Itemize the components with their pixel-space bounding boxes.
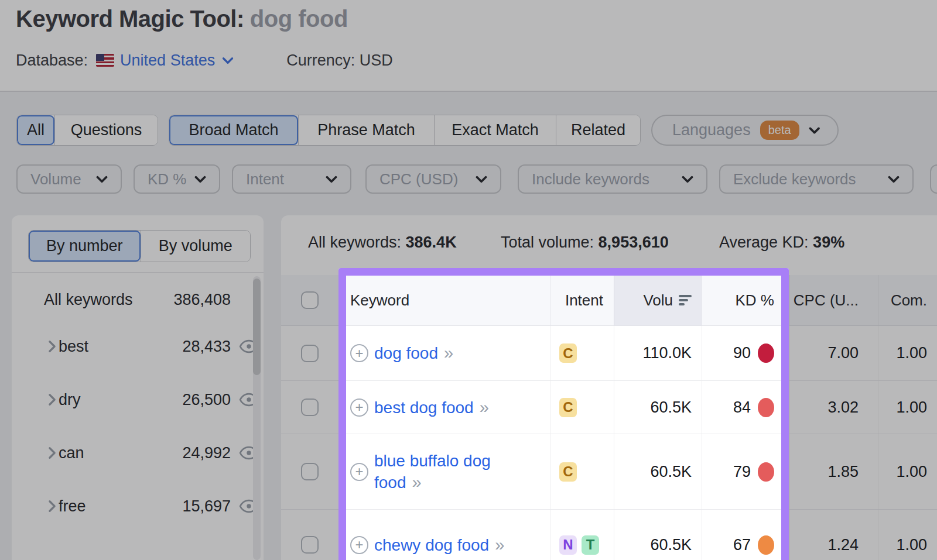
- filter-cpc[interactable]: CPC (USD): [365, 164, 501, 194]
- table-row: + blue buffalo dog food» C 60.5K 79 1.85…: [281, 434, 937, 510]
- currency-label: Currency:: [286, 51, 355, 69]
- sidebar-scrollbar-thumb[interactable]: [253, 279, 261, 375]
- kd-dot: [758, 535, 774, 555]
- filter-volume-label: Volume: [30, 170, 81, 188]
- keyword-link[interactable]: chewy dog food: [374, 536, 489, 554]
- add-keyword-icon[interactable]: +: [350, 398, 368, 417]
- table-header-row: Keyword Intent Volu KD % CPC (U... Com.: [281, 275, 937, 326]
- column-header-keyword[interactable]: Keyword: [338, 275, 550, 325]
- toggle-by-number[interactable]: By number: [29, 231, 141, 262]
- filter-include-label: Include keywords: [532, 170, 649, 188]
- kd-value: 67: [733, 536, 751, 554]
- intent-badge-transactional: T: [582, 535, 599, 555]
- keyword-link[interactable]: best dog food: [374, 398, 474, 417]
- filter-intent[interactable]: Intent: [232, 164, 351, 194]
- filter-kd[interactable]: KD %: [134, 164, 220, 194]
- kd-value: 90: [733, 344, 751, 362]
- chevron-down-icon: [96, 176, 108, 183]
- row-checkbox[interactable]: [301, 463, 319, 480]
- keyword-link[interactable]: dog food: [374, 344, 438, 362]
- tab-all[interactable]: All: [17, 115, 54, 145]
- row-checkbox[interactable]: [301, 398, 319, 416]
- volume-value: 60.5K: [650, 463, 692, 481]
- group-count: 24,992: [182, 444, 231, 462]
- chevron-right-icon: [48, 340, 56, 353]
- cpc-value: 1.85: [827, 463, 859, 481]
- volume-value: 60.5K: [650, 536, 692, 554]
- keyword-link[interactable]: blue buffalo dog food: [374, 452, 491, 492]
- group-row-free[interactable]: free 15,697: [12, 490, 264, 523]
- open-keyword-icon[interactable]: »: [444, 343, 453, 362]
- com-value: 1.00: [896, 463, 927, 481]
- open-keyword-icon[interactable]: »: [480, 398, 489, 417]
- filter-volume[interactable]: Volume: [16, 164, 122, 194]
- group-count: 26,500: [182, 391, 231, 409]
- group-row-dry[interactable]: dry 26,500: [12, 383, 264, 416]
- keywords-table-panel: All keywords: 386.4K Total volume: 8,953…: [281, 215, 937, 560]
- com-value: 1.00: [896, 398, 927, 417]
- languages-dropdown[interactable]: Languages beta: [651, 115, 839, 146]
- column-header-cpc[interactable]: CPC (U...: [789, 275, 878, 325]
- chevron-right-icon: [48, 393, 56, 406]
- top-header: Keyword Magic Tool:dog food Database: Un…: [0, 0, 937, 91]
- database-select[interactable]: United States: [120, 51, 234, 70]
- all-keywords-count: 386,408: [173, 291, 231, 309]
- tab-questions[interactable]: Questions: [54, 115, 158, 145]
- database-label: Database:: [16, 51, 88, 70]
- column-header-volume[interactable]: Volu: [614, 275, 702, 325]
- column-header-kd[interactable]: KD %: [702, 275, 789, 325]
- tab-related[interactable]: Related: [556, 115, 640, 145]
- us-flag-icon: [96, 54, 114, 67]
- kd-dot: [758, 462, 774, 482]
- database-value: United States: [120, 51, 215, 70]
- group-label: dry: [59, 391, 81, 409]
- row-checkbox[interactable]: [301, 536, 319, 554]
- chevron-down-icon: [326, 176, 337, 183]
- languages-label: Languages: [672, 121, 751, 139]
- add-keyword-icon[interactable]: +: [350, 463, 368, 481]
- filter-intent-label: Intent: [246, 170, 284, 188]
- chevron-down-icon: [194, 176, 206, 183]
- filter-cpc-label: CPC (USD): [379, 170, 458, 188]
- com-value: 1.00: [896, 536, 927, 554]
- table-row: + chewy dog food» N T 60.5K 67 1.24 1.00: [281, 510, 937, 560]
- intent-badge-commercial: C: [559, 398, 577, 417]
- kd-value: 84: [733, 398, 751, 417]
- cpc-value: 7.00: [827, 344, 859, 362]
- filter-exclude-keywords[interactable]: Exclude keywords: [719, 164, 914, 194]
- summary-total-volume: Total volume: 8,953,610: [501, 233, 669, 252]
- group-row-can[interactable]: can 24,992: [12, 437, 264, 469]
- filter-include-keywords[interactable]: Include keywords: [518, 164, 707, 194]
- intent-badge-commercial: C: [559, 343, 577, 363]
- tab-broad-match[interactable]: Broad Match: [169, 115, 298, 145]
- add-keyword-icon[interactable]: +: [350, 344, 368, 362]
- tab-phrase-match[interactable]: Phrase Match: [298, 115, 434, 145]
- table-row: + dog food» C 110.0K 90 7.00 1.00: [281, 326, 937, 381]
- tab-exact-match[interactable]: Exact Match: [434, 115, 556, 145]
- filter-exclude-label: Exclude keywords: [733, 170, 856, 188]
- page-title-text: Keyword Magic Tool:: [16, 6, 244, 32]
- select-all-checkbox[interactable]: [301, 291, 319, 309]
- chevron-down-icon: [888, 176, 900, 183]
- chevron-right-icon: [48, 446, 56, 459]
- open-keyword-icon[interactable]: »: [412, 473, 422, 492]
- toggle-by-volume[interactable]: By volume: [141, 231, 251, 262]
- intent-badge-navigational: N: [559, 535, 577, 555]
- group-row-best[interactable]: best 28,433: [12, 330, 264, 363]
- cpc-value: 1.24: [827, 536, 859, 554]
- add-keyword-icon[interactable]: +: [350, 536, 368, 554]
- all-keywords-row[interactable]: All keywords 386,408: [12, 283, 264, 316]
- filter-partial[interactable]: [930, 164, 937, 194]
- group-label: free: [59, 497, 86, 516]
- column-header-intent[interactable]: Intent: [550, 275, 614, 325]
- intent-badge-commercial: C: [559, 462, 577, 482]
- group-label: best: [59, 338, 88, 356]
- open-keyword-icon[interactable]: »: [495, 535, 504, 554]
- row-checkbox[interactable]: [301, 345, 319, 362]
- kd-dot: [758, 343, 774, 363]
- column-header-com[interactable]: Com.: [878, 275, 937, 325]
- volume-value: 110.0K: [642, 344, 692, 362]
- summary-all-keywords: All keywords: 386.4K: [308, 233, 457, 252]
- group-count: 15,697: [182, 497, 231, 516]
- table-row: + best dog food» C 60.5K 84 3.02 1.00: [281, 381, 937, 434]
